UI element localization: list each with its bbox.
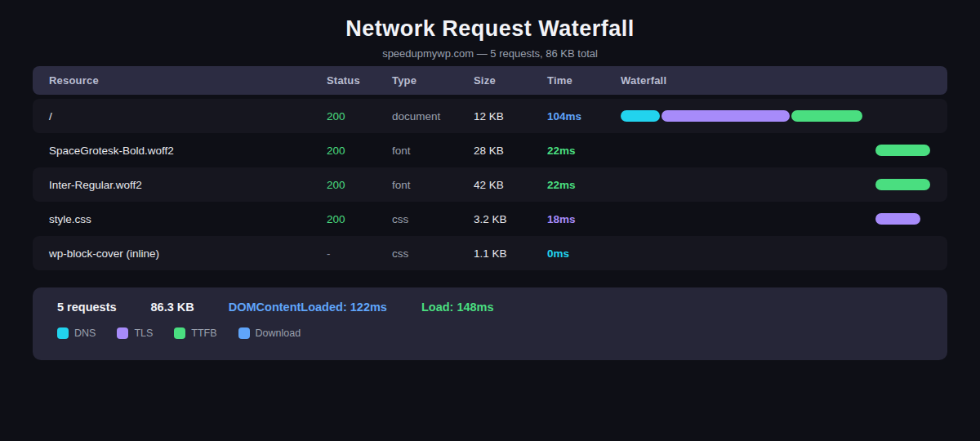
waterfall-bar-ttfb (875, 145, 930, 156)
page-subtitle: speedupmywp.com — 5 requests, 86 KB tota… (33, 47, 947, 60)
table-row: wp-block-cover (inline) - css 1.1 KB 0ms (33, 236, 947, 270)
column-header-status: Status (327, 74, 392, 87)
resource-size: 12 KB (474, 110, 547, 122)
waterfall-bar-ttfb (791, 110, 862, 122)
column-header-resource: Resource (49, 74, 327, 87)
resource-type: css (392, 213, 474, 225)
resource-type: document (392, 110, 474, 122)
resource-size: 42 KB (474, 179, 547, 191)
status-code: 200 (327, 110, 392, 122)
status-code: 200 (327, 213, 392, 225)
stat-total-size: 86.3 KB (151, 301, 194, 314)
legend-color-swatch (117, 327, 128, 339)
waterfall-bar-ttfb (875, 179, 930, 190)
column-header-size: Size (474, 74, 547, 87)
resource-name: Inter-Regular.woff2 (49, 179, 327, 191)
resource-name: SpaceGrotesk-Bold.woff2 (49, 145, 327, 157)
table-row: SpaceGrotesk-Bold.woff2 200 font 28 KB 2… (33, 133, 947, 167)
waterfall-track (621, 236, 947, 270)
stat-load-time: Load: 148ms (421, 301, 494, 314)
request-time: 22ms (547, 145, 621, 157)
resource-name: wp-block-cover (inline) (49, 247, 327, 260)
waterfall-track (621, 167, 947, 202)
legend-color-swatch (174, 327, 185, 339)
resource-type: css (392, 247, 474, 260)
legend-label: DNS (74, 327, 96, 339)
table-row: / 200 document 12 KB 104ms (33, 99, 947, 133)
request-time: 104ms (547, 110, 621, 122)
legend-label: TTFB (191, 327, 216, 339)
waterfall-track (621, 133, 947, 167)
legend-color-swatch (238, 327, 250, 339)
resource-size: 28 KB (474, 145, 547, 157)
requests-table: Resource Status Type Size Time Waterfall… (33, 66, 947, 270)
summary-panel: 5 requests 86.3 KB DOMContentLoaded: 122… (33, 287, 947, 360)
summary-stats: 5 requests 86.3 KB DOMContentLoaded: 122… (57, 301, 923, 314)
resource-name: style.css (49, 213, 327, 225)
legend-item: DNS (57, 327, 96, 339)
legend-label: TLS (134, 327, 153, 339)
table-row: Inter-Regular.woff2 200 font 42 KB 22ms (33, 167, 947, 202)
column-header-time: Time (547, 74, 621, 87)
stat-dom-content-loaded: DOMContentLoaded: 122ms (229, 301, 387, 314)
table-header-row: Resource Status Type Size Time Waterfall (33, 66, 947, 95)
stat-request-count: 5 requests (57, 301, 117, 314)
status-code: - (327, 247, 392, 260)
phase-legend: DNS TLS TTFB Download (57, 327, 923, 339)
request-time: 22ms (547, 179, 621, 191)
waterfall-bar-tls (662, 110, 790, 122)
waterfall-track (621, 99, 947, 133)
waterfall-track (621, 202, 947, 236)
legend-label: Download (256, 327, 301, 339)
table-body: / 200 document 12 KB 104ms SpaceGrotesk-… (33, 99, 947, 270)
table-row: style.css 200 css 3.2 KB 18ms (33, 202, 947, 236)
resource-type: font (392, 145, 474, 157)
column-header-waterfall: Waterfall (621, 74, 947, 87)
resource-type: font (392, 179, 474, 191)
waterfall-report: Network Request Waterfall speedupmywp.co… (33, 16, 947, 360)
column-header-type: Type (392, 74, 474, 87)
legend-item: TLS (117, 327, 153, 339)
waterfall-bar-dns (621, 110, 660, 122)
status-code: 200 (327, 179, 392, 191)
request-time: 18ms (547, 213, 621, 225)
resource-size: 1.1 KB (474, 247, 547, 260)
request-time: 0ms (547, 247, 621, 260)
legend-item: TTFB (174, 327, 216, 339)
resource-name: / (49, 110, 327, 122)
status-code: 200 (327, 145, 392, 157)
page-title: Network Request Waterfall (33, 16, 947, 42)
resource-size: 3.2 KB (474, 213, 547, 225)
waterfall-bar-tls (875, 213, 920, 225)
legend-item: Download (238, 327, 301, 339)
legend-color-swatch (57, 327, 69, 339)
